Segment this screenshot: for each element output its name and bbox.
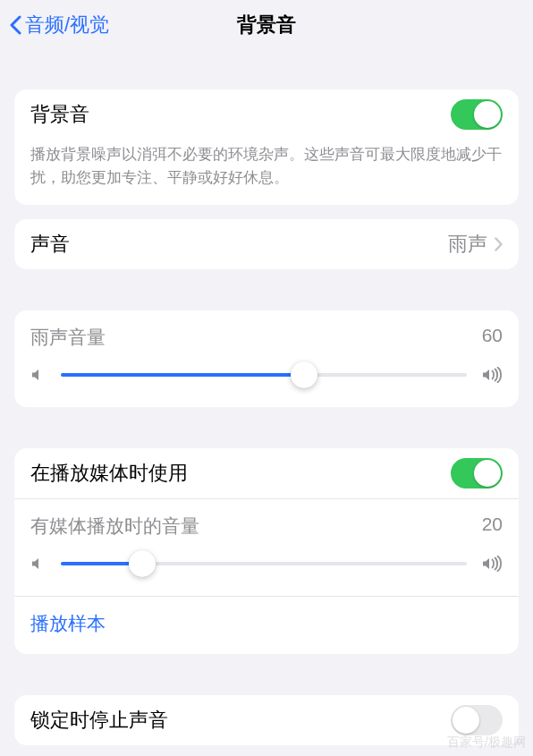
volume-high-icon	[481, 367, 503, 383]
play-sample-link[interactable]: 播放样本	[14, 596, 519, 654]
slider-media-volume[interactable]	[61, 551, 467, 576]
toggle-use-when-media[interactable]	[451, 458, 503, 488]
row-label: 声音	[30, 231, 448, 258]
group-sound: 声音 雨声	[14, 219, 519, 269]
header: 音频/视觉 背景音	[0, 0, 533, 50]
volume-low-icon	[30, 367, 47, 383]
slider-value: 20	[482, 514, 503, 539]
slider-block-media: 有媒体播放时的音量 20	[14, 498, 519, 596]
chevron-left-icon	[9, 15, 21, 35]
group-media: 在播放媒体时使用 有媒体播放时的音量 20	[14, 448, 519, 654]
back-label: 音频/视觉	[25, 12, 109, 38]
row-stop-when-locked: 锁定时停止声音	[14, 695, 519, 745]
stop-when-locked-footer: 启用时，背景音在 iPad 锁定时将会停止。	[14, 745, 519, 756]
chevron-right-icon	[495, 237, 503, 251]
slider-value: 60	[482, 325, 503, 350]
row-label: 在播放媒体时使用	[30, 460, 451, 487]
toggle-background-sounds[interactable]	[451, 99, 503, 130]
group-stop-when-locked: 锁定时停止声音	[14, 695, 519, 745]
group-background-sounds: 背景音 播放背景噪声以消弭不必要的环境杂声。这些声音可最大限度地减少干扰，助您更…	[14, 89, 519, 205]
slider-block-rain: 雨声音量 60	[14, 310, 519, 407]
row-sound[interactable]: 声音 雨声	[14, 219, 519, 269]
row-label: 背景音	[30, 101, 451, 128]
toggle-stop-when-locked[interactable]	[451, 705, 503, 735]
slider-label: 雨声音量	[30, 325, 106, 350]
slider-rain-volume[interactable]	[61, 362, 467, 387]
row-value: 雨声	[448, 231, 487, 258]
slider-label: 有媒体播放时的音量	[30, 514, 199, 539]
volume-low-icon	[30, 556, 47, 572]
group-rain-volume: 雨声音量 60	[14, 310, 519, 407]
row-label: 锁定时停止声音	[30, 707, 451, 734]
back-button[interactable]: 音频/视觉	[9, 12, 109, 38]
background-sounds-description: 播放背景噪声以消弭不必要的环境杂声。这些声音可最大限度地减少干扰，助您更加专注、…	[14, 140, 519, 205]
row-background-sounds: 背景音	[14, 89, 519, 140]
row-use-when-media: 在播放媒体时使用	[14, 448, 519, 498]
volume-high-icon	[481, 556, 503, 572]
